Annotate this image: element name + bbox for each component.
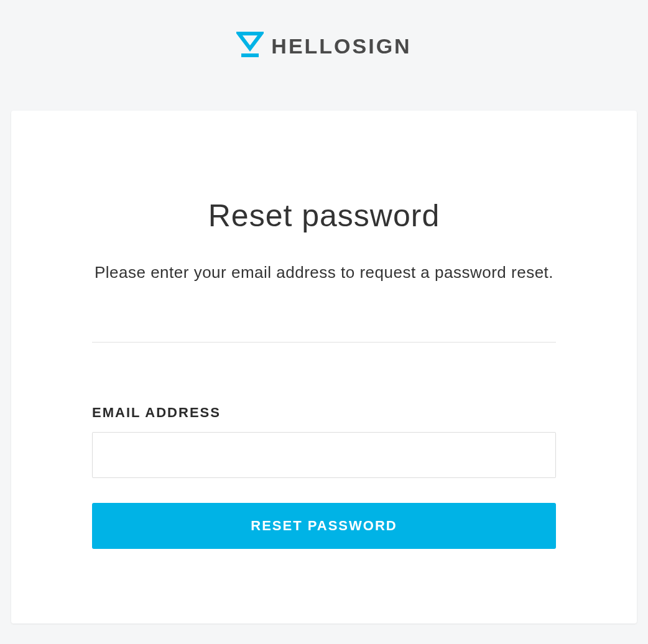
email-label: EMAIL ADDRESS bbox=[92, 405, 556, 421]
divider bbox=[92, 342, 556, 343]
brand-name: HELLOSIGN bbox=[271, 34, 411, 58]
brand-logo: HELLOSIGN bbox=[236, 31, 411, 61]
email-field[interactable] bbox=[92, 432, 556, 478]
card-subtitle: Please enter your email address to reque… bbox=[92, 259, 556, 286]
svg-rect-1 bbox=[241, 53, 259, 57]
svg-marker-0 bbox=[239, 34, 261, 48]
hellosign-logo-icon bbox=[236, 31, 264, 61]
reset-password-button[interactable]: RESET PASSWORD bbox=[92, 503, 556, 549]
page-header: HELLOSIGN bbox=[0, 0, 648, 61]
reset-password-card: Reset password Please enter your email a… bbox=[11, 111, 637, 623]
card-title: Reset password bbox=[92, 198, 556, 234]
